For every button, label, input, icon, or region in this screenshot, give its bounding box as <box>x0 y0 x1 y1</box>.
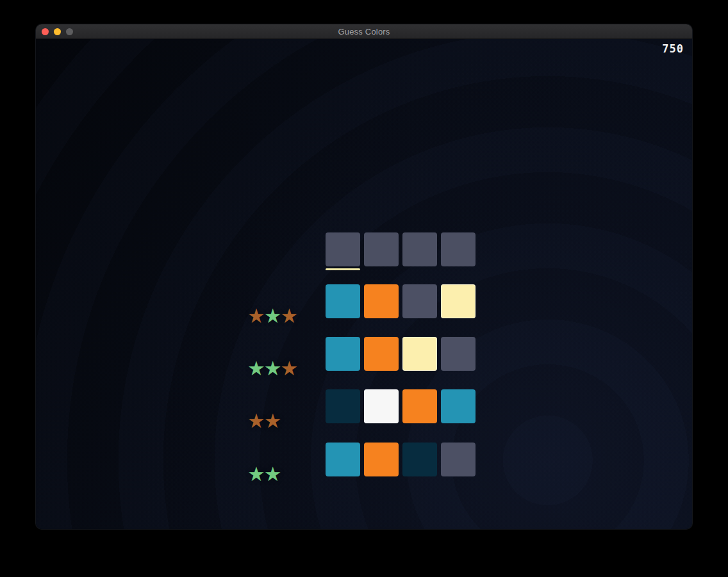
star-partial-icon: ★ <box>247 412 265 431</box>
star-correct-icon: ★ <box>247 465 265 484</box>
color-squares <box>326 232 476 266</box>
feedback-stars: ★★★ <box>247 358 297 380</box>
star-correct-icon: ★ <box>264 465 282 484</box>
game-board: ★★★★★★★★★★ <box>247 232 517 501</box>
guess-row: ★★★ <box>247 337 517 373</box>
game-content: 750 ★★★★★★★★★★ <box>36 39 692 529</box>
color-square <box>364 284 399 318</box>
close-button[interactable] <box>42 28 49 35</box>
feedback-stars: ★★ <box>247 464 281 485</box>
guess-slot[interactable] <box>441 232 476 266</box>
color-square <box>402 337 437 371</box>
minimize-button[interactable] <box>54 28 61 35</box>
star-partial-icon: ★ <box>247 307 265 326</box>
color-squares <box>326 337 476 371</box>
color-squares <box>326 389 476 423</box>
star-partial-icon: ★ <box>264 412 282 431</box>
color-square <box>402 284 437 318</box>
game-window: Guess Colors 750 ★★★★★★★★★★ <box>36 24 692 529</box>
color-square <box>326 443 360 476</box>
current-guess-row <box>247 232 517 268</box>
active-slot-underline <box>326 268 360 270</box>
guess-slot[interactable] <box>326 232 360 266</box>
star-partial-icon: ★ <box>281 359 299 378</box>
window-title: Guess Colors <box>338 27 390 37</box>
star-correct-icon: ★ <box>264 359 282 378</box>
color-square <box>326 389 360 423</box>
color-square <box>364 337 399 371</box>
color-squares <box>326 284 476 318</box>
zoom-button[interactable] <box>66 28 73 35</box>
star-correct-icon: ★ <box>247 359 265 378</box>
feedback-stars: ★★★ <box>247 305 297 327</box>
star-correct-icon: ★ <box>264 307 282 326</box>
guess-slot[interactable] <box>364 232 399 266</box>
color-square <box>441 337 476 371</box>
feedback-stars: ★★ <box>247 410 281 432</box>
color-square <box>402 389 437 423</box>
color-square <box>326 284 360 318</box>
score-display: 750 <box>662 42 684 56</box>
color-square <box>364 389 399 423</box>
guess-row: ★★ <box>247 443 517 478</box>
color-square <box>441 443 476 476</box>
color-square <box>326 337 360 371</box>
color-squares <box>326 443 476 476</box>
traffic-lights <box>42 24 73 38</box>
color-square <box>364 443 399 476</box>
color-square <box>441 284 476 318</box>
titlebar: Guess Colors <box>36 24 692 39</box>
guess-row: ★★ <box>247 389 517 425</box>
color-square <box>402 443 437 476</box>
color-square <box>441 389 476 423</box>
guess-row: ★★★ <box>247 284 517 320</box>
guess-slot[interactable] <box>402 232 437 266</box>
star-partial-icon: ★ <box>281 307 299 326</box>
